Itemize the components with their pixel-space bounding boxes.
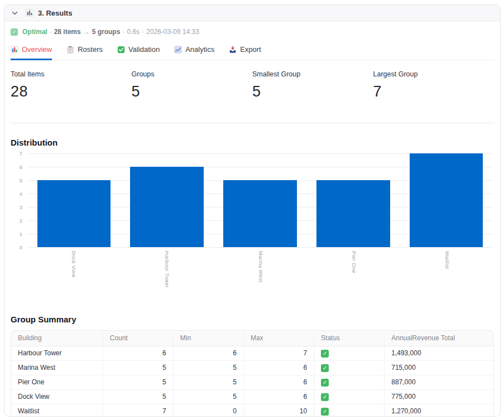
status-check-icon [321,408,329,416]
x-tick-label: Waitlist [444,251,450,300]
cell-min: 5 [173,375,243,389]
status-groups-count: 5 groups [92,28,121,36]
x-label-column: Waitlist [401,251,494,300]
tab-label: Validation [128,45,160,54]
x-tick-label: Harbour Tower [164,251,170,300]
table-title: Group Summary [11,315,494,324]
metric-total-items: Total Items 28 [11,70,132,100]
bar-column [121,167,214,247]
status-timestamp: 2026-03-09 14:33 [146,28,199,36]
chart-y-axis: 01234567 [11,153,27,247]
metric-value: 5 [252,83,373,100]
inbox-download-icon [229,46,237,54]
bar-marina-west [223,180,297,247]
status-check-icon [321,350,329,358]
bar-pier-one [316,180,390,247]
cell-max: 7 [243,346,314,360]
status-check-icon [321,379,329,387]
cell-min: 6 [173,346,243,360]
cell-min: 0 [173,404,243,417]
cell-revenue: 715,000 [385,360,493,375]
x-tick-label: Pier One [351,251,357,300]
cell-count: 6 [103,346,173,360]
cell-status [314,404,385,417]
metric-value: 28 [11,83,132,100]
metric-label: Smallest Group [252,70,373,78]
chart-plot [27,153,494,247]
y-tick-label: 7 [20,151,22,157]
y-tick-label: 6 [20,164,22,170]
cell-building: Marina West [11,360,103,375]
y-tick-label: 2 [20,218,22,224]
cell-count: 5 [103,389,173,404]
y-tick-label: 5 [20,177,22,184]
table-header-row: Building Count Min Max Status AnnualReve… [11,331,493,346]
column-header-status: Status [314,331,385,346]
metric-label: Total Items [11,70,132,78]
y-tick-label: 3 [20,204,22,210]
table-row: Harbour Tower 6 6 7 1,493,000 [11,346,493,360]
cell-building: Dock View [11,389,103,404]
group-summary-table: Building Count Min Max Status AnnualReve… [11,330,494,417]
metric-label: Largest Group [373,70,495,78]
column-header-min: Min [173,331,243,346]
status-items-count: 28 items [54,28,81,36]
success-check-icon [11,28,18,36]
bar-dock-view [37,180,111,247]
tab-rosters[interactable]: Rosters [66,45,103,60]
tab-label: Export [240,45,261,54]
bar-chart-icon [11,46,18,54]
chart-title: Distribution [11,138,494,147]
tab-bar: Overview Rosters Validation Analytics [11,45,494,60]
expander-header[interactable]: 3. Results [4,5,500,21]
status-separator: · [142,28,144,36]
distribution-bar-chart: 01234567 Dock ViewHarbour TowerMarina We… [11,153,494,300]
y-tick-label: 4 [20,191,22,197]
tab-validation[interactable]: Validation [117,45,160,60]
tab-label: Rosters [78,45,103,54]
column-header-max: Max [243,331,314,346]
x-label-column: Marina West [214,251,307,300]
metric-smallest-group: Smallest Group 5 [252,70,373,100]
tab-export[interactable]: Export [229,45,261,60]
column-header-count: Count [103,331,173,346]
y-tick-label: 1 [20,231,22,237]
x-label-column: Pier One [308,251,401,300]
cell-count: 7 [103,404,173,417]
expander-title: 3. Results [38,9,72,17]
cell-max: 10 [243,404,314,417]
table-row: Pier One 5 5 6 887,000 [11,375,493,389]
chevron-down-icon[interactable] [11,9,19,17]
table-row: Marina West 5 5 6 715,000 [11,360,493,375]
metric-largest-group: Largest Group 7 [373,70,495,100]
bar-column [27,180,121,247]
cell-building: Waitlist [11,404,103,417]
cell-building: Pier One [11,375,103,389]
cell-status [314,375,385,389]
bar-chart-icon [26,9,33,17]
line-chart-icon [174,46,182,54]
cell-max: 6 [243,360,314,375]
tab-label: Overview [22,45,52,54]
x-label-column: Dock View [27,251,121,300]
cell-max: 6 [243,389,314,404]
table-row: Waitlist 7 0 10 1,270,000 [11,404,493,417]
cell-status [314,360,385,375]
metric-value: 5 [132,83,253,100]
gridline [27,247,493,248]
cell-building: Harbour Tower [11,346,103,360]
status-separator: · [122,28,124,36]
status-check-icon [321,393,329,401]
tab-overview[interactable]: Overview [11,45,52,60]
cell-min: 5 [173,360,243,375]
cell-revenue: 775,000 [385,389,493,404]
cell-max: 6 [243,375,314,389]
status-check-icon [321,364,329,372]
x-tick-label: Marina West [258,251,264,300]
bar-waitlist [410,153,483,247]
cell-count: 5 [103,360,173,375]
bar-harbour-tower [130,167,204,247]
metric-groups: Groups 5 [132,70,253,100]
tab-analytics[interactable]: Analytics [174,45,214,60]
status-result: Optimal [22,28,47,36]
